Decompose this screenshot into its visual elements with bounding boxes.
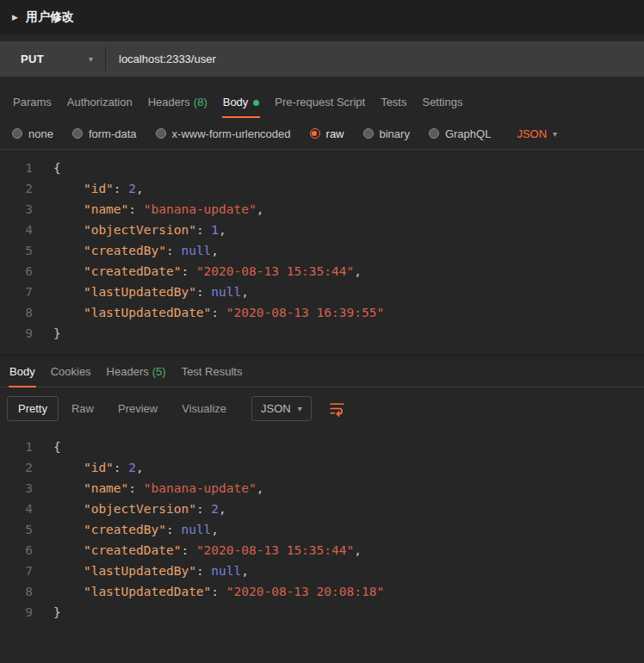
- view-pretty-button[interactable]: Pretty: [7, 396, 59, 421]
- body-language-dropdown[interactable]: JSON ▾: [517, 127, 557, 140]
- response-tab-test-results[interactable]: Test Results: [174, 356, 251, 387]
- postman-window: ▶ 用户修改 PUT ▾ localhost:2333/user Params …: [0, 0, 644, 634]
- response-tab-headers[interactable]: Headers(5): [99, 356, 174, 387]
- collapse-arrow-icon[interactable]: ▶: [12, 13, 18, 22]
- response-section: Body Cookies Headers(5) Test Results Pre…: [0, 355, 644, 634]
- radio-label: x-www-form-urlencoded: [172, 127, 291, 140]
- tab-pre-request-script[interactable]: Pre-request Script: [267, 86, 373, 118]
- chevron-down-icon: ▾: [298, 404, 302, 413]
- line-number: 2: [0, 457, 53, 478]
- url-input[interactable]: localhost:2333/user: [106, 41, 644, 77]
- line-content: {: [53, 158, 61, 178]
- tab-headers[interactable]: Headers(8): [140, 86, 215, 118]
- tab-label: Headers: [107, 365, 149, 378]
- line-content: "lastUpdatedDate": "2020-08-13 16:39:55": [53, 302, 384, 323]
- line-number: 4: [0, 220, 53, 240]
- body-type-binary[interactable]: binary: [363, 127, 410, 140]
- radio-icon: [429, 128, 439, 139]
- line-content: {: [53, 437, 61, 457]
- line-number: 1: [0, 437, 53, 457]
- radio-label: GraphQL: [445, 127, 491, 140]
- line-content: "createdDate": "2020-08-13 15:35:44",: [53, 261, 362, 282]
- code-line[interactable]: 4 "objectVersion": 1,: [0, 220, 644, 240]
- headers-count-badge: (8): [194, 96, 207, 108]
- code-line[interactable]: 4 "objectVersion": 2,: [0, 499, 644, 519]
- tab-label: Body: [223, 96, 249, 108]
- line-number: 7: [0, 282, 53, 302]
- view-visualize-button[interactable]: Visualize: [170, 396, 238, 421]
- tab-tests[interactable]: Tests: [373, 86, 414, 118]
- line-content: "id": 2,: [53, 178, 144, 199]
- line-number: 8: [0, 581, 53, 602]
- code-line[interactable]: 9}: [0, 323, 644, 344]
- code-line[interactable]: 1{: [0, 158, 644, 178]
- tab-label: Tests: [381, 96, 406, 108]
- code-line[interactable]: 7 "lastUpdatedBy": null,: [0, 561, 644, 581]
- line-content: "lastUpdatedDate": "2020-08-13 20:08:18": [53, 581, 384, 602]
- code-line[interactable]: 8 "lastUpdatedDate": "2020-08-13 20:08:1…: [0, 581, 644, 602]
- line-number: 5: [0, 519, 53, 540]
- radio-icon: [72, 128, 83, 139]
- tab-label: Params: [13, 96, 52, 108]
- radio-label: none: [28, 127, 53, 140]
- body-type-x-www-form-urlencoded[interactable]: x-www-form-urlencoded: [156, 127, 291, 140]
- line-number: 5: [0, 240, 53, 261]
- code-line[interactable]: 3 "name": "banana-update",: [0, 199, 644, 220]
- code-line[interactable]: 2 "id": 2,: [0, 178, 644, 199]
- response-language-dropdown[interactable]: JSON ▾: [251, 396, 312, 421]
- code-line[interactable]: 1{: [0, 437, 644, 457]
- code-line[interactable]: 2 "id": 2,: [0, 457, 644, 478]
- body-type-row: none form-data x-www-form-urlencoded raw…: [0, 118, 644, 149]
- response-tab-body[interactable]: Body: [2, 356, 43, 387]
- code-line[interactable]: 5 "createdBy": null,: [0, 240, 644, 261]
- method-dropdown[interactable]: PUT ▾: [0, 41, 105, 77]
- view-preview-button[interactable]: Preview: [107, 396, 169, 421]
- code-line[interactable]: 5 "createdBy": null,: [0, 519, 644, 540]
- radio-label: form-data: [89, 127, 137, 140]
- wrap-text-button[interactable]: [325, 396, 350, 420]
- line-number: 9: [0, 602, 53, 623]
- line-content: "createdDate": "2020-08-13 15:35:44",: [53, 540, 362, 561]
- tab-settings[interactable]: Settings: [414, 86, 470, 118]
- code-line[interactable]: 6 "createdDate": "2020-08-13 15:35:44",: [0, 261, 644, 282]
- request-body-code: 1{2 "id": 2,3 "name": "banana-update",4 …: [0, 158, 644, 344]
- view-raw-button[interactable]: Raw: [60, 396, 105, 421]
- radio-label: raw: [326, 127, 344, 140]
- tab-label: Pre-request Script: [275, 96, 365, 108]
- response-headers-count-badge: (5): [152, 365, 166, 378]
- wrap-text-icon: [329, 400, 345, 417]
- code-line[interactable]: 8 "lastUpdatedDate": "2020-08-13 16:39:5…: [0, 302, 644, 323]
- body-type-graphql[interactable]: GraphQL: [429, 127, 491, 140]
- tab-params[interactable]: Params: [5, 86, 59, 118]
- line-content: "objectVersion": 2,: [53, 499, 226, 519]
- method-label: PUT: [21, 53, 44, 65]
- tab-label: Settings: [422, 96, 462, 108]
- code-line[interactable]: 9}: [0, 602, 644, 623]
- response-body-code: 1{2 "id": 2,3 "name": "banana-update",4 …: [0, 437, 644, 623]
- response-tab-cookies[interactable]: Cookies: [43, 356, 99, 387]
- line-number: 1: [0, 158, 53, 178]
- chevron-down-icon: ▾: [553, 129, 557, 139]
- line-content: "createdBy": null,: [53, 519, 219, 540]
- url-bar: PUT ▾ localhost:2333/user: [0, 41, 644, 77]
- body-type-none[interactable]: none: [12, 127, 53, 140]
- response-body-viewer[interactable]: 1{2 "id": 2,3 "name": "banana-update",4 …: [0, 429, 644, 634]
- response-language-label: JSON: [261, 402, 291, 415]
- line-number: 3: [0, 199, 53, 220]
- tab-label: Cookies: [51, 365, 91, 378]
- code-line[interactable]: 7 "lastUpdatedBy": null,: [0, 282, 644, 302]
- code-line[interactable]: 6 "createdDate": "2020-08-13 15:35:44",: [0, 540, 644, 561]
- radio-icon: [156, 128, 166, 139]
- radio-icon: [363, 128, 374, 139]
- tab-label: Headers: [148, 96, 190, 108]
- tab-authorization[interactable]: Authorization: [59, 86, 140, 118]
- code-line[interactable]: 3 "name": "banana-update",: [0, 478, 644, 499]
- body-type-form-data[interactable]: form-data: [72, 127, 137, 140]
- request-header[interactable]: ▶ 用户修改: [0, 0, 644, 34]
- chevron-down-icon: ▾: [89, 54, 93, 64]
- radio-label: binary: [380, 127, 410, 140]
- body-type-raw[interactable]: raw: [310, 127, 344, 140]
- request-body-editor[interactable]: 1{2 "id": 2,3 "name": "banana-update",4 …: [0, 150, 644, 355]
- tab-body[interactable]: Body: [215, 86, 268, 118]
- line-content: "lastUpdatedBy": null,: [53, 282, 249, 302]
